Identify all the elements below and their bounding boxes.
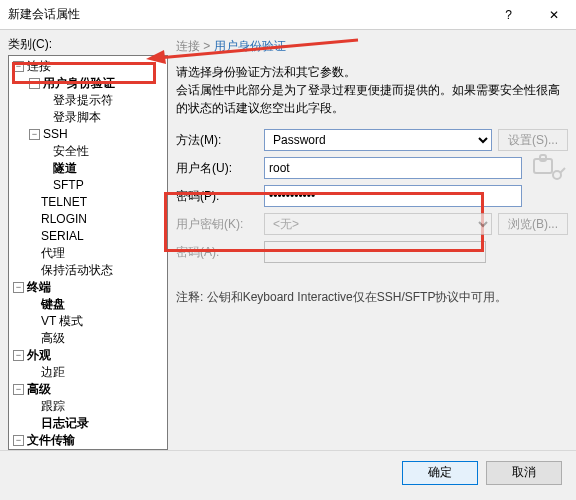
svg-line-5 — [560, 168, 565, 173]
tree-node[interactable]: 代理 — [9, 245, 167, 262]
tree-node[interactable]: VT 模式 — [9, 313, 167, 330]
tree-node[interactable]: 登录提示符 — [9, 92, 167, 109]
tree-node[interactable]: 登录脚本 — [9, 109, 167, 126]
tree-node-label: 隧道 — [53, 160, 77, 177]
tree-node[interactable]: X/YMODEM — [9, 449, 167, 450]
tree-node-label: 文件传输 — [27, 432, 75, 449]
note-text: 注释: 公钥和Keyboard Interactive仅在SSH/SFTP协议中… — [176, 289, 568, 306]
cancel-button[interactable]: 取消 — [486, 461, 562, 485]
collapse-icon[interactable]: − — [13, 282, 24, 293]
settings-button[interactable]: 设置(S)... — [498, 129, 568, 151]
tree-node[interactable]: 边距 — [9, 364, 167, 381]
tree-node-label: 外观 — [27, 347, 51, 364]
tree-node-label: 代理 — [41, 245, 65, 262]
tree-node-label: 登录脚本 — [53, 109, 101, 126]
category-label: 类别(C): — [8, 36, 168, 53]
left-column: 类别(C): −连接−用户身份验证登录提示符登录脚本−SSH安全性隧道SFTPT… — [8, 36, 168, 450]
tree-node[interactable]: 跟踪 — [9, 398, 167, 415]
ok-button[interactable]: 确定 — [402, 461, 478, 485]
tree-node[interactable]: −连接 — [9, 58, 167, 75]
window-title: 新建会话属性 — [0, 6, 486, 23]
tree-node[interactable]: SFTP — [9, 177, 167, 194]
collapse-icon[interactable]: − — [13, 350, 24, 361]
help-button[interactable]: ? — [486, 0, 531, 30]
collapse-icon[interactable]: − — [29, 78, 40, 89]
browse-button: 浏览(B)... — [498, 213, 568, 235]
tree-node-label: SSH — [43, 126, 68, 143]
collapse-icon[interactable]: − — [13, 435, 24, 446]
footer: 确定 取消 — [0, 450, 576, 494]
collapse-icon[interactable]: − — [13, 61, 24, 72]
tree-node-label: SFTP — [53, 177, 84, 194]
tree-node[interactable]: RLOGIN — [9, 211, 167, 228]
collapse-icon[interactable]: − — [29, 129, 40, 140]
tree-node-label: X/YMODEM — [41, 449, 106, 450]
tree-node[interactable]: 隧道 — [9, 160, 167, 177]
tree-node-label: 高级 — [41, 330, 65, 347]
row-passphrase: 密码(A): — [176, 239, 568, 265]
passphrase-label: 密码(A): — [176, 244, 264, 261]
row-username: 用户名(U): — [176, 155, 568, 181]
row-method: 方法(M): Password 设置(S)... — [176, 127, 568, 153]
password-input[interactable] — [264, 185, 522, 207]
method-select[interactable]: Password — [264, 129, 492, 151]
right-column: 连接 > 用户身份验证 请选择身份验证方法和其它参数。 会话属性中此部分是为了登… — [168, 36, 568, 450]
breadcrumb-sep: > — [203, 39, 210, 53]
userkey-select: <无> — [264, 213, 492, 235]
tree-node-label: SERIAL — [41, 228, 84, 245]
tree-node-label: 登录提示符 — [53, 92, 113, 109]
tree-node[interactable]: −SSH — [9, 126, 167, 143]
description-line1: 请选择身份验证方法和其它参数。 — [176, 63, 568, 81]
description-line2: 会话属性中此部分是为了登录过程更便捷而提供的。如果需要安全性很高的状态的话建议您… — [176, 81, 568, 117]
tree-node[interactable]: −终端 — [9, 279, 167, 296]
tree-node-label: RLOGIN — [41, 211, 87, 228]
passphrase-input — [264, 241, 486, 263]
tree-node-label: 高级 — [27, 381, 51, 398]
breadcrumb-current: 用户身份验证 — [214, 39, 286, 53]
method-label: 方法(M): — [176, 132, 264, 149]
username-label: 用户名(U): — [176, 160, 264, 177]
titlebar: 新建会话属性 ? ✕ — [0, 0, 576, 30]
collapse-icon[interactable]: − — [13, 384, 24, 395]
close-button[interactable]: ✕ — [531, 0, 576, 30]
tree-node[interactable]: 键盘 — [9, 296, 167, 313]
content: 类别(C): −连接−用户身份验证登录提示符登录脚本−SSH安全性隧道SFTPT… — [0, 30, 576, 450]
breadcrumb-parent: 连接 — [176, 39, 200, 53]
tree-node[interactable]: 日志记录 — [9, 415, 167, 432]
breadcrumb: 连接 > 用户身份验证 — [176, 36, 568, 59]
tree-node[interactable]: TELNET — [9, 194, 167, 211]
description: 请选择身份验证方法和其它参数。 会话属性中此部分是为了登录过程更便捷而提供的。如… — [176, 63, 568, 117]
tree-node-label: TELNET — [41, 194, 87, 211]
row-password: 密码(P): — [176, 183, 568, 209]
tree-node[interactable]: 高级 — [9, 330, 167, 347]
tree-node-label: 连接 — [27, 58, 51, 75]
tree-node-label: 安全性 — [53, 143, 89, 160]
tree-node[interactable]: −高级 — [9, 381, 167, 398]
username-input[interactable] — [264, 157, 522, 179]
key-icon — [530, 151, 568, 185]
row-userkey: 用户密钥(K): <无> 浏览(B)... — [176, 211, 568, 237]
tree-node[interactable]: 安全性 — [9, 143, 167, 160]
tree-node-label: VT 模式 — [41, 313, 83, 330]
category-tree[interactable]: −连接−用户身份验证登录提示符登录脚本−SSH安全性隧道SFTPTELNETRL… — [8, 55, 168, 450]
tree-node[interactable]: −外观 — [9, 347, 167, 364]
tree-node-label: 边距 — [41, 364, 65, 381]
tree-node-label: 跟踪 — [41, 398, 65, 415]
tree-node-label: 键盘 — [41, 296, 65, 313]
tree-node[interactable]: −文件传输 — [9, 432, 167, 449]
userkey-label: 用户密钥(K): — [176, 216, 264, 233]
tree-node-label: 日志记录 — [41, 415, 89, 432]
tree-node[interactable]: SERIAL — [9, 228, 167, 245]
tree-node-label: 保持活动状态 — [41, 262, 113, 279]
tree-node[interactable]: −用户身份验证 — [9, 75, 167, 92]
tree-node[interactable]: 保持活动状态 — [9, 262, 167, 279]
tree-node-label: 用户身份验证 — [43, 75, 115, 92]
password-label: 密码(P): — [176, 188, 264, 205]
tree-node-label: 终端 — [27, 279, 51, 296]
